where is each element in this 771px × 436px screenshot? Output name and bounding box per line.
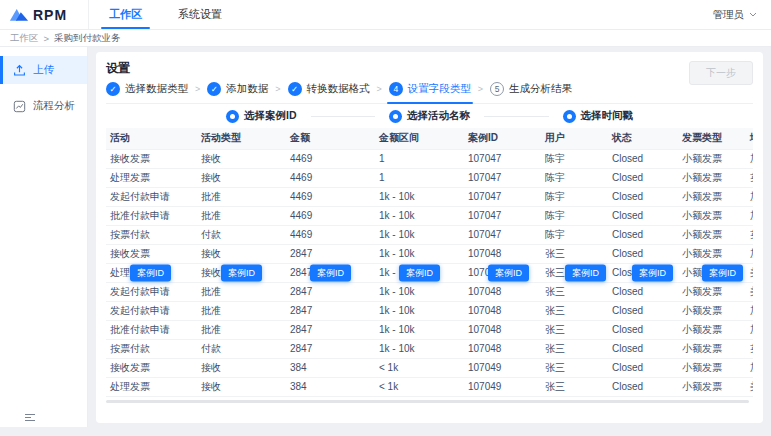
table-header-cell[interactable]: 状态	[608, 128, 678, 149]
table-cell: 张三	[541, 358, 608, 377]
selector-timestamp[interactable]: 选择时间戳	[563, 109, 634, 123]
sidebar-item-process-analysis[interactable]: 流程分析	[0, 92, 87, 120]
table-cell: 批准	[197, 320, 286, 339]
case-id-drag-chip[interactable]: 案例ID	[310, 264, 351, 281]
case-id-drag-chip[interactable]: 案例ID	[399, 264, 440, 281]
table-cell: 107049	[464, 358, 541, 377]
table-cell: 陈宇	[541, 206, 608, 225]
table-cell: 107048	[464, 282, 541, 301]
table-cell: Closed	[608, 149, 678, 168]
table-cell: 接收	[197, 168, 286, 187]
table-row: 发起付款申请批准28471k - 10k107048张三Closed小额发票加拿…	[106, 301, 753, 320]
field-selectors: 选择案例ID 选择活动名称 选择时间戳	[106, 104, 753, 128]
table-cell: Closed	[608, 339, 678, 358]
table-cell: 陈宇	[541, 225, 608, 244]
step-convert-format[interactable]: ✓ 转换数据格式	[288, 82, 370, 96]
table-cell: Closed	[608, 301, 678, 320]
table-cell: 107049	[464, 377, 541, 396]
table-header-cell[interactable]: 金额区间	[375, 128, 464, 149]
process-analysis-icon	[13, 100, 26, 113]
table-cell: 1	[375, 168, 464, 187]
table-cell: 加拿大	[746, 301, 753, 320]
table-cell: 加拿大	[746, 320, 753, 339]
sidebar-item-upload-label: 上传	[33, 63, 54, 77]
table-row: 处理发票接收44691107047陈宇Closed小额发票英国	[106, 168, 753, 187]
table-cell: 美国	[746, 263, 753, 282]
table-cell: 2847	[286, 301, 375, 320]
user-name: 管理员	[713, 8, 745, 22]
horizontal-scrollbar[interactable]	[106, 400, 749, 403]
case-id-drag-chip[interactable]: 案例ID	[632, 264, 673, 281]
table-header-cell[interactable]: 用户	[541, 128, 608, 149]
table-cell: 接收发票	[106, 358, 197, 377]
table-header-cell[interactable]: 金额	[286, 128, 375, 149]
breadcrumb-workspace[interactable]: 工作区	[10, 32, 39, 45]
table-header-cell[interactable]: 活动	[106, 128, 197, 149]
step-label: 设置字段类型	[408, 82, 471, 96]
table-cell: 英国	[746, 168, 753, 187]
table-cell: 2847	[286, 244, 375, 263]
step-add-data[interactable]: ✓ 添加数据	[207, 82, 268, 96]
table-cell: 小额发票	[678, 187, 746, 206]
table-cell: 张三	[541, 301, 608, 320]
table-cell: 小额发票	[678, 320, 746, 339]
table-row: 接收发票接收28471k - 10k107048张三Closed小额发票加拿大	[106, 244, 753, 263]
tab-workspace[interactable]: 工作区	[91, 0, 160, 29]
table-cell: 384	[286, 358, 375, 377]
table-header-cell[interactable]: 活动类型	[197, 128, 286, 149]
table-cell: 小额发票案例ID	[678, 263, 746, 282]
selector-activity-name[interactable]: 选择活动名称	[389, 109, 470, 123]
tab-system-settings-label: 系统设置	[178, 7, 222, 22]
table-cell: 加拿大	[746, 358, 753, 377]
case-id-drag-chip[interactable]: 案例ID	[565, 264, 606, 281]
case-id-drag-chip[interactable]: 案例ID	[488, 264, 529, 281]
table-cell: Closed	[608, 168, 678, 187]
table-cell: 107047	[464, 187, 541, 206]
table-cell: 2847	[286, 320, 375, 339]
table-cell: 处理发票	[106, 377, 197, 396]
top-nav-tabs: 工作区 系统设置	[88, 0, 240, 29]
case-id-drag-chip[interactable]: 案例ID	[130, 264, 171, 281]
sidebar-item-upload[interactable]: 上传	[0, 56, 87, 84]
table-row: 接收发票接收384< 1k107049张三Closed小额发票加拿大	[106, 358, 753, 377]
sidebar-collapse-icon[interactable]	[24, 413, 36, 422]
table-cell: Closed	[608, 225, 678, 244]
sidebar-item-process-analysis-label: 流程分析	[33, 99, 75, 113]
table-body: 接收发票接收44691107047陈宇Closed小额发票加拿大处理发票接收44…	[106, 149, 753, 396]
table-cell: 处理发票	[106, 168, 197, 187]
table-cell: 发起付款申请	[106, 187, 197, 206]
selector-activity-name-label: 选择活动名称	[407, 109, 470, 123]
step-generate-results[interactable]: 5 生成分析结果	[490, 82, 572, 96]
table-cell: 107048	[464, 320, 541, 339]
user-menu[interactable]: 管理员	[713, 8, 771, 22]
step-label: 生成分析结果	[509, 82, 572, 96]
table-cell: 107047	[464, 225, 541, 244]
logo-text: RPM	[33, 7, 67, 23]
table-cell: 107048	[464, 339, 541, 358]
table-cell: 4469	[286, 225, 375, 244]
table-cell: 接收	[197, 149, 286, 168]
case-id-drag-chip[interactable]: 案例ID	[221, 264, 262, 281]
table-cell: < 1k	[375, 358, 464, 377]
case-id-drag-chip[interactable]: 案例ID	[702, 264, 743, 281]
app-logo: RPM	[0, 7, 88, 23]
table-header-cell[interactable]: 案例ID	[464, 128, 541, 149]
table-header-cell[interactable]: 地区	[746, 128, 753, 149]
table-header-cell[interactable]: 发票类型	[678, 128, 746, 149]
page-title: 设置	[106, 60, 753, 74]
next-step-button[interactable]: 下一步	[689, 61, 753, 85]
table-cell: 陈宇	[541, 168, 608, 187]
table-cell: 小额发票	[678, 282, 746, 301]
selector-case-id[interactable]: 选择案例ID	[226, 109, 297, 123]
step-set-field-types[interactable]: 4 设置字段类型	[389, 82, 471, 96]
table-cell: Closed	[608, 320, 678, 339]
table-row: 按票付款付款44691k - 10k107047陈宇Closed小额发票英国	[106, 225, 753, 244]
main-area: 设置 下一步 ✓ 选择数据类型 > ✓ 添加数据 > ✓ 转换数据格式 >	[88, 47, 771, 435]
step-select-data-type[interactable]: ✓ 选择数据类型	[106, 82, 188, 96]
table-cell: 加拿大	[746, 206, 753, 225]
mountain-logo-icon	[9, 7, 29, 22]
table-cell: 107048	[464, 244, 541, 263]
table-cell: 4469	[286, 168, 375, 187]
tab-system-settings[interactable]: 系统设置	[160, 0, 240, 29]
table-cell: 批准	[197, 282, 286, 301]
